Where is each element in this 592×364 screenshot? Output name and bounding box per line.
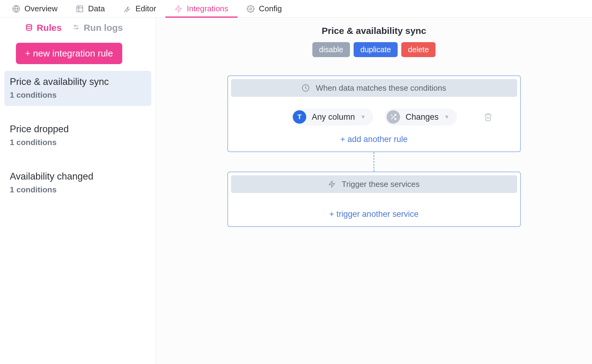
condition-operator-label: Changes	[406, 112, 439, 122]
tab-data[interactable]: Data	[67, 0, 114, 17]
rule-item-1[interactable]: Price dropped 1 conditions	[4, 118, 151, 153]
rule-item-2[interactable]: Availability changed 1 conditions	[4, 166, 151, 201]
delete-condition-button[interactable]	[484, 112, 493, 122]
svg-point-7	[26, 24, 31, 27]
database-icon	[25, 24, 33, 32]
tab-label: Overview	[24, 4, 57, 13]
condition-operator-dropdown[interactable]: Changes ▼	[385, 108, 457, 126]
rule-item-title: Price dropped	[10, 124, 146, 135]
rule-item-title: Availability changed	[10, 171, 146, 182]
disable-button[interactable]: disable	[312, 42, 350, 57]
svg-point-9	[74, 25, 75, 26]
condition-column-label: Any column	[312, 112, 355, 122]
condition-row: T Any column ▼ Changes ▼	[231, 108, 517, 126]
card-connector	[373, 152, 374, 172]
tab-label: Config	[259, 4, 282, 13]
duplicate-button[interactable]: duplicate	[354, 42, 398, 57]
table-icon	[76, 5, 84, 13]
triggers-card: Trigger these services + trigger another…	[227, 172, 521, 227]
sidebar: Rules Run logs + new integration rule Pr…	[0, 18, 156, 364]
subtab-rules[interactable]: Rules	[25, 23, 62, 33]
svg-point-11	[76, 28, 78, 29]
chevron-down-icon: ▼	[444, 114, 450, 120]
tab-label: Data	[88, 4, 105, 13]
tab-label: Integrations	[187, 4, 228, 13]
svg-point-6	[250, 8, 252, 10]
conditions-header: When data matches these conditions	[231, 79, 517, 97]
top-tab-bar: Overview Data Editor Integrations	[0, 0, 592, 18]
svg-marker-5	[175, 5, 182, 12]
rule-item-subtitle: 1 conditions	[10, 185, 146, 195]
svg-rect-2	[77, 6, 83, 12]
sliders-icon	[72, 24, 80, 32]
new-integration-rule-button[interactable]: + new integration rule	[16, 43, 122, 64]
globe-icon	[12, 5, 20, 13]
svg-line-15	[391, 115, 393, 116]
conditions-header-text: When data matches these conditions	[316, 83, 446, 93]
conditions-card: When data matches these conditions T Any…	[227, 75, 521, 152]
chevron-down-icon: ▼	[360, 114, 366, 120]
gear-icon	[247, 5, 255, 13]
text-type-icon: T	[293, 110, 306, 124]
lightning-icon	[328, 180, 336, 188]
rule-item-subtitle: 1 conditions	[10, 138, 146, 147]
subtab-label: Run logs	[84, 23, 123, 33]
rule-item-subtitle: 1 conditions	[10, 90, 146, 100]
tab-integrations[interactable]: Integrations	[165, 0, 237, 17]
tab-label: Editor	[135, 4, 156, 13]
delete-button[interactable]: delete	[401, 42, 436, 57]
condition-column-dropdown[interactable]: T Any column ▼	[291, 108, 373, 126]
header-actions: disable duplicate delete	[312, 42, 436, 57]
add-another-rule-link[interactable]: + add another rule	[231, 135, 517, 144]
tab-editor[interactable]: Editor	[114, 0, 165, 17]
triggers-header: Trigger these services	[231, 175, 517, 193]
rule-item-0[interactable]: Price & availability sync 1 conditions	[4, 71, 151, 106]
main-panel: Price & availability sync disable duplic…	[156, 18, 592, 364]
shuffle-icon	[387, 110, 400, 124]
subtab-runlogs[interactable]: Run logs	[72, 23, 123, 33]
tools-icon	[123, 5, 131, 13]
subtab-label: Rules	[37, 23, 62, 33]
trigger-another-service-link[interactable]: + trigger another service	[231, 209, 517, 219]
clock-icon	[302, 84, 310, 92]
svg-marker-16	[329, 181, 335, 187]
triggers-header-text: Trigger these services	[342, 180, 420, 189]
tab-overview[interactable]: Overview	[3, 0, 67, 17]
rule-item-title: Price & availability sync	[10, 76, 146, 87]
lightning-icon	[175, 5, 182, 13]
sidebar-subtabs: Rules Run logs	[4, 21, 151, 38]
page-title: Price & availability sync	[322, 26, 426, 36]
tab-config[interactable]: Config	[237, 0, 291, 17]
